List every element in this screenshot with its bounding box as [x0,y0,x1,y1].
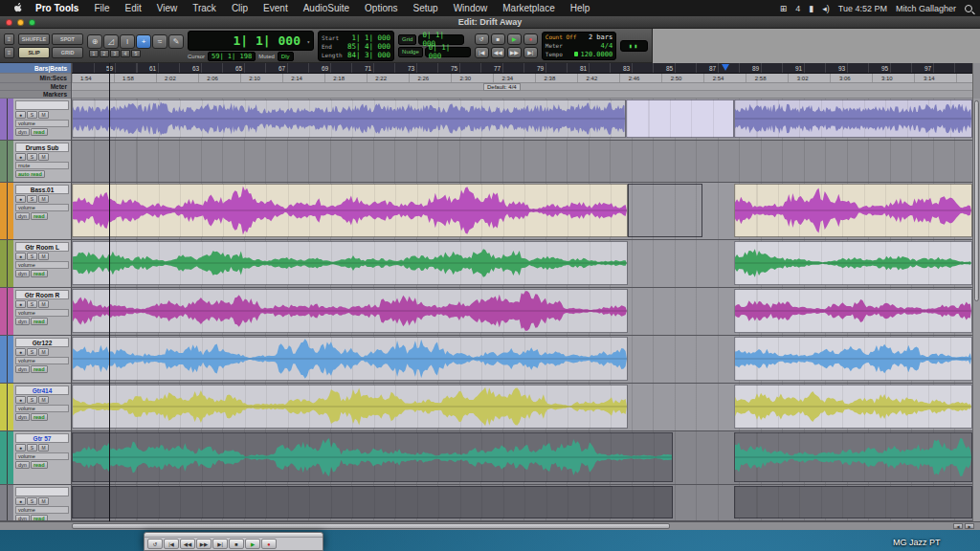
automation-read-button[interactable]: read [31,413,48,421]
meter-value[interactable]: 4/4 [601,42,613,50]
counter-caret-icon[interactable]: ▾ [306,38,310,45]
record-enable-button[interactable]: ● [15,396,26,404]
apple-menu[interactable] [8,3,28,13]
menu-clip[interactable]: Clip [224,0,256,16]
record-enable-button[interactable]: ● [15,444,26,452]
empty-clip[interactable] [734,486,972,518]
mute-button[interactable]: M [38,444,49,452]
floating-transport-window[interactable]: ↺|◀◀◀▶▶▶|■▶● [144,532,323,551]
mute-button[interactable]: M [38,153,49,161]
main-counter[interactable]: 1| 1| 000 ▾ [188,31,314,51]
track-lane[interactable] [72,288,972,335]
audio-clip[interactable] [734,241,972,285]
track-group-color-strip[interactable] [0,183,8,239]
menu-extras-icon[interactable]: ⊞ [780,4,788,13]
spotlight-icon[interactable] [965,5,972,12]
audio-clip[interactable] [734,337,972,381]
track-header[interactable]: Gtr414●SMvolumedynread [8,384,72,430]
solo-button[interactable]: S [27,111,37,119]
volume-icon[interactable]: ◂) [822,4,830,13]
minimize-button[interactable] [17,19,24,26]
menu-track[interactable]: Track [185,0,224,16]
transport-record-button[interactable]: ● [523,33,538,45]
track-group-color-strip[interactable] [0,240,8,287]
track-name[interactable]: Gtr122 [15,338,69,347]
audio-clip[interactable] [72,337,628,381]
track-group-color-strip[interactable] [0,141,8,182]
float-transport-go-to-end-button[interactable]: ▶| [212,539,228,549]
track-header[interactable]: Gtr122●SMvolumedynread [8,336,72,383]
menu-event[interactable]: Event [256,0,296,16]
track-volume-display[interactable]: volume [15,261,69,269]
transport-rewind-button[interactable]: ◀◀ [491,47,505,58]
start-value[interactable]: 1| 1| 000 [351,33,390,42]
track-name[interactable]: Drums Sub [15,143,69,152]
track-header[interactable]: Drums Sub●SMmuteauto read [8,141,72,182]
float-transport-record-button[interactable]: ● [261,539,277,549]
track-volume-display[interactable]: volume [15,452,69,460]
track-group-color-strip[interactable] [0,384,8,430]
select-tool-button[interactable]: I [120,34,135,49]
audio-clip[interactable] [734,184,972,237]
length-value[interactable]: 84| 3| 000 [347,51,390,59]
zoom-preset-5-button[interactable]: 5 [131,50,141,57]
record-enable-button[interactable]: ● [15,111,26,119]
nudge-value[interactable]: 0| 1| 000 [425,47,471,57]
audio-clip[interactable] [72,99,626,138]
solo-button[interactable]: S [27,444,37,452]
notification-badge[interactable]: 4 [795,4,800,13]
automation-read-button[interactable]: read [31,515,48,520]
track-group-color-strip[interactable] [0,431,8,484]
automation-read-button[interactable]: read [31,461,48,469]
menubar-user[interactable]: Mitch Gallagher [896,4,956,13]
track-volume-display[interactable]: volume [15,357,69,364]
mute-button[interactable]: M [38,348,49,356]
menu-pro-tools[interactable]: Pro Tools [28,0,86,16]
mute-button[interactable]: M [38,396,49,404]
track-lane[interactable] [72,240,972,287]
track-header[interactable]: ●SMvolumedynread [8,99,72,140]
min-secs-ruler[interactable]: 1:541:582:022:062:102:142:182:222:262:30… [72,74,972,83]
menu-file[interactable]: File [86,0,117,16]
zoom-tool-button[interactable]: ⊕ [87,34,102,49]
track-lane[interactable] [72,431,972,484]
clip-outline[interactable] [628,184,702,237]
track-name[interactable]: Gtr414 [15,386,69,395]
track-volume-display[interactable]: volume [15,405,69,412]
solo-button[interactable]: S [27,497,37,505]
automation-dyn-button[interactable]: dyn [15,212,30,220]
automation-dyn-button[interactable]: dyn [15,515,30,520]
automation-read-button[interactable]: read [31,365,48,373]
track-name[interactable]: Gtr Room L [15,242,69,252]
menu-edit[interactable]: Edit [118,0,149,16]
vertical-scrollbar-thumb[interactable] [974,100,979,301]
menubar-clock[interactable]: Tue 4:52 PM [838,4,887,13]
toolbar-options-button[interactable]: ≡ [4,47,14,58]
grab-tool-button[interactable]: + [136,34,151,49]
automation-read-button[interactable]: read [31,212,48,220]
track-group-color-strip[interactable] [0,485,8,520]
track-group-color-strip[interactable] [0,99,8,140]
audio-clip[interactable] [72,241,628,285]
grid-mode-button[interactable]: Grid [398,34,416,45]
float-transport-stop-button[interactable]: ■ [229,539,244,549]
track-lane[interactable] [72,485,972,520]
record-enable-button[interactable]: ● [15,497,26,505]
zoom-preset-3-button[interactable]: 3 [110,50,120,57]
scroll-right-arrow[interactable]: ▶ [965,523,974,529]
track-header[interactable]: Gtr 57●SMvolumedynread [8,431,72,484]
audio-clip[interactable] [734,99,972,138]
zoom-preset-4-button[interactable]: 4 [121,50,130,57]
automation-auto-read-button[interactable]: auto read [15,170,45,178]
track-header[interactable]: Bass.01●SMvolumedynread [8,183,72,239]
count-off-label[interactable]: Count Off [546,33,577,40]
transport-fast-forward-button[interactable]: ▶▶ [507,47,522,58]
track-name[interactable]: Gtr Room R [15,290,69,299]
track-name[interactable] [15,487,69,496]
mute-button[interactable]: M [38,195,49,203]
menu-window[interactable]: Window [446,0,496,16]
track-name[interactable]: Gtr 57 [15,433,69,443]
track-header[interactable]: Gtr Room R●SMvolumedynread [8,288,72,335]
end-value[interactable]: 85| 4| 000 [347,42,390,51]
float-transport-fast-forward-button[interactable]: ▶▶ [196,539,212,549]
